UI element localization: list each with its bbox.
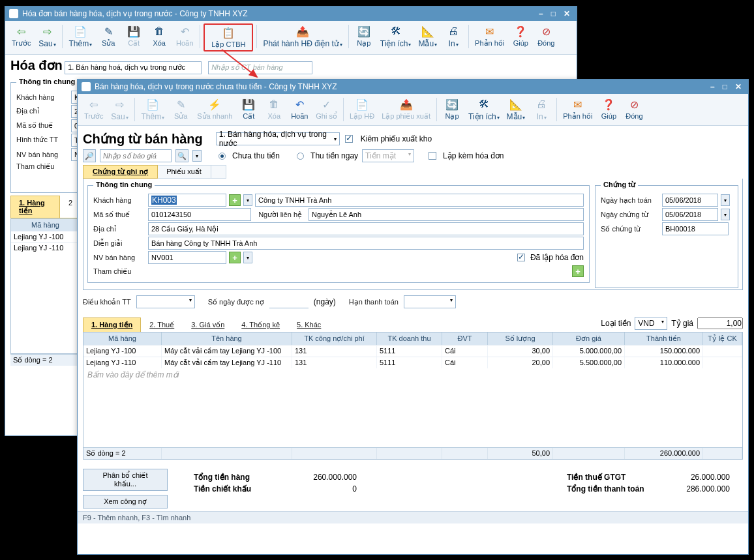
issue-einvoice-button[interactable]: 📤Phát hành HĐ điện tử▾ (260, 23, 344, 50)
edit-button[interactable]: ✎Sửa (97, 23, 120, 49)
currency-combo[interactable]: VND▾ (635, 317, 667, 330)
tab-thongke[interactable]: 4. Thống kê (233, 317, 288, 332)
prev-button[interactable]: ⇦Trước (9, 23, 33, 49)
desc-input[interactable] (148, 237, 584, 250)
tax-input[interactable] (148, 208, 251, 221)
table-row[interactable]: Lejiang YJ -100Máy cắt vải cầm tay Lejia… (83, 345, 742, 357)
radio-unpaid[interactable] (219, 153, 226, 160)
salesman-dropdown[interactable]: ▾ (243, 252, 252, 263)
tab-thue[interactable]: 2. Thuế (141, 317, 183, 332)
help-button[interactable]: ❓Giúp (509, 23, 532, 48)
grandtotal-value: 286.000.000 (665, 484, 730, 494)
customer-name-input[interactable] (255, 194, 584, 207)
tab-khac[interactable]: 5. Khác (288, 317, 329, 332)
lookup-icon[interactable]: 🔎 (83, 149, 96, 162)
template-button[interactable]: 📐Mẫu▾ (415, 23, 440, 50)
col-sl[interactable]: Số lượng (488, 332, 553, 345)
utilities-button[interactable]: 🛠Tiện ích▾ (378, 23, 414, 50)
phanbo-button[interactable]: Phân bổ chiết khấu... (83, 469, 168, 491)
tab-hangtien[interactable]: 1. Hàng tiền (10, 196, 60, 218)
salesman-label: NV bán hàng (16, 151, 68, 158)
close-button[interactable]: ✕ (564, 9, 570, 18)
col-tt[interactable]: Thành tiền (625, 332, 703, 345)
tab-ghino[interactable]: Chứng từ ghi nợ (83, 165, 158, 179)
add-row-hint[interactable]: Bấm vào đây để thêm mới (83, 368, 742, 381)
feedback-button[interactable]: ✉Phản hồi (472, 23, 507, 49)
table-row[interactable]: Lejiang YJ -110Máy cắt vải cầm tay Lejia… (83, 357, 742, 368)
col-tyck[interactable]: Tỷ lệ CK (703, 332, 742, 345)
lapctbh-button[interactable]: 📋Lập CTBH (204, 23, 253, 52)
delete-button: 🗑Xóa (262, 96, 286, 121)
col-dg[interactable]: Đơn giá (553, 332, 625, 345)
search-dropdown[interactable]: ▾ (192, 150, 202, 162)
ct-search-input[interactable]: Nhập số CT bán hàng (208, 61, 312, 74)
contact-input[interactable] (309, 208, 584, 221)
sale-type-combo[interactable]: 1. Bán hàng hóa, dịch vụ trong nước▾ (216, 132, 340, 145)
feedback-button[interactable]: ✉Phản hồi (560, 96, 595, 122)
address-label: Địa chỉ (93, 225, 145, 233)
save-button[interactable]: 💾Cất (237, 96, 260, 122)
salesman-input[interactable] (148, 251, 226, 264)
close-button[interactable]: ✕ (735, 82, 742, 91)
undo-button[interactable]: ↶Hoãn (288, 96, 311, 121)
minimize-button[interactable]: – (710, 82, 715, 91)
row-count: Số dòng = 2 (10, 355, 81, 366)
voucher-date-input[interactable] (662, 208, 718, 221)
template-button[interactable]: 📐Mẫu▾ (504, 96, 528, 123)
col-tkdt[interactable]: TK doanh thu (377, 332, 442, 345)
customer-code-input[interactable]: KH003 (148, 194, 226, 207)
toolbar-fg: ⇦Trước ⇨Sau▾ 📄Thêm▾ ✎Sửa ⚡Sửa nhanh 💾Cất… (78, 94, 748, 126)
terms-combo[interactable]: ▾ (136, 295, 195, 308)
dalap-label: Đã lập hóa đơn (530, 253, 584, 262)
close-btn[interactable]: ⊘Đóng (622, 96, 646, 121)
maximize-button[interactable]: □ (723, 82, 727, 91)
col-dvt[interactable]: ĐVT (442, 332, 488, 345)
close-btn[interactable]: ⊘Đóng (534, 23, 558, 48)
address-input[interactable] (148, 222, 584, 235)
minimize-button[interactable]: – (539, 9, 543, 18)
help-button[interactable]: ❓Giúp (597, 96, 620, 121)
customer-dropdown[interactable]: ▾ (243, 194, 252, 206)
reload-button[interactable]: 🔄Nạp (352, 23, 376, 49)
tab-hangtien[interactable]: 1. Hàng tiền (83, 317, 141, 332)
dalap-checkbox[interactable] (517, 254, 525, 261)
table-cell[interactable]: Lejiang YJ -100 (11, 231, 80, 242)
lapkem-checkbox[interactable] (429, 152, 436, 160)
col-tenhang[interactable]: Tên hàng (162, 332, 292, 345)
xemcongno-button[interactable]: Xem công nợ (83, 495, 168, 508)
delete-button[interactable]: 🗑Xóa (147, 23, 171, 48)
radio-paidnow[interactable] (297, 153, 304, 160)
invoice-type-combo[interactable]: 1. Bán hàng hoá, dịch vụ trong nước (65, 61, 202, 74)
days-input[interactable] (269, 295, 309, 308)
table-cell[interactable]: Lejiang YJ -110 (11, 243, 80, 253)
address-label: Địa chỉ (16, 107, 68, 115)
utilities-button[interactable]: 🛠Tiện ích▾ (466, 96, 502, 123)
col-mahang[interactable]: Mã hàng (11, 219, 80, 231)
date-picker-icon[interactable]: ▾ (721, 194, 730, 206)
search-button[interactable]: 🔍 (175, 149, 188, 162)
page-title: Hóa đơn (10, 58, 63, 72)
kiem-px-checkbox[interactable] (345, 135, 353, 143)
date-picker-icon[interactable]: ▾ (721, 209, 730, 220)
next-button[interactable]: ⇨Sau▾ (35, 23, 59, 50)
print-button[interactable]: 🖨In▾ (442, 23, 465, 50)
tab-giavon[interactable]: 3. Giá vốn (183, 317, 233, 332)
ref-label: Tham chiếu (16, 162, 68, 171)
accounting-date-input[interactable] (662, 194, 718, 207)
currency-label: Loại tiền (601, 319, 631, 328)
col-mahang[interactable]: Mã hàng (83, 332, 162, 345)
page-title: Chứng từ bán hàng (83, 131, 203, 147)
duedate-combo[interactable]: ▾ (404, 295, 456, 308)
add-button[interactable]: 📄Thêm▾ (66, 23, 95, 50)
voucher-no-input[interactable] (662, 222, 729, 235)
reload-button[interactable]: 🔄Nạp (440, 96, 464, 122)
toolbar-bg: ⇦Trước ⇨Sau▾ 📄Thêm▾ ✎Sửa 💾Cất 🗑Xóa ↶Hoãn… (5, 21, 577, 55)
add-ref-button[interactable]: + (572, 265, 584, 277)
quote-search-input[interactable] (100, 149, 172, 162)
exrate-input[interactable] (697, 317, 743, 329)
maximize-button[interactable]: □ (551, 9, 556, 18)
add-salesman-button[interactable]: + (229, 252, 241, 263)
col-tkcn[interactable]: TK công nợ/chi phí (292, 332, 377, 345)
add-customer-button[interactable]: + (229, 194, 241, 206)
tab-phieuxuat[interactable]: Phiếu xuất (157, 166, 211, 178)
